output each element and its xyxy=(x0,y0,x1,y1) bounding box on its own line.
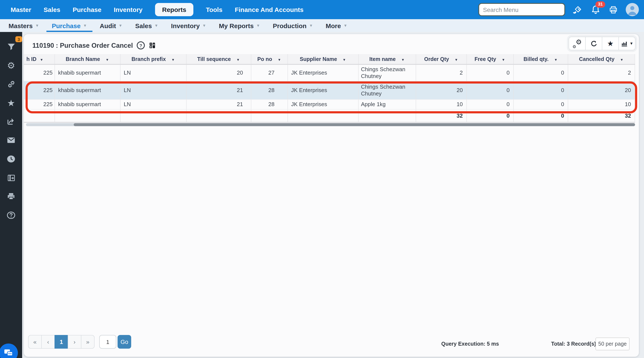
subnav-label: More xyxy=(326,22,341,29)
subnav-production[interactable]: Production ▼ xyxy=(273,19,313,32)
last-page-button[interactable]: » xyxy=(81,335,94,349)
cell-billed-qty: 0 xyxy=(513,64,568,81)
top-nav-right: 31 xyxy=(478,0,639,19)
clock-icon[interactable] xyxy=(0,150,22,168)
column-supplier-name[interactable]: Supplier Name▼ xyxy=(288,54,358,64)
sort-caret-icon: ▼ xyxy=(40,58,43,62)
column-order-qty[interactable]: Order Qty▼ xyxy=(416,54,466,64)
column-branch-id[interactable]: h ID▼ xyxy=(24,54,54,64)
star-icon[interactable]: ★ xyxy=(0,93,22,112)
per-page-select[interactable]: 50 per page xyxy=(596,337,630,350)
top-nav-inventory[interactable]: Inventory xyxy=(114,6,142,13)
print-icon[interactable] xyxy=(608,4,619,15)
subnav-sales[interactable]: Sales ▼ xyxy=(135,19,158,32)
cell-order-qty: 2 xyxy=(416,64,466,81)
favorite-button[interactable]: ★ xyxy=(602,37,618,50)
filter-icon[interactable]: 3 xyxy=(0,37,22,56)
cell-branch-prefix: LN xyxy=(120,99,186,109)
link-icon[interactable] xyxy=(0,75,22,93)
notifications-bell-icon[interactable]: 31 xyxy=(590,4,601,15)
subnav-label: Masters xyxy=(8,22,32,29)
cell-item-name: Chings Schezwan Chutney xyxy=(358,64,416,81)
horizontal-scrollbar[interactable] xyxy=(26,123,635,126)
column-branch-prefix[interactable]: Branch prefix▼ xyxy=(120,54,186,64)
top-nav-items: Master Sales Purchase Inventory Reports … xyxy=(0,3,304,16)
column-till-sequence[interactable]: Till sequence▼ xyxy=(186,54,251,64)
column-item-name[interactable]: Item name▼ xyxy=(358,54,416,64)
subnav-more[interactable]: More ▼ xyxy=(326,19,347,32)
top-nav-sales[interactable]: Sales xyxy=(44,6,60,13)
total-billed-qty: 0 xyxy=(513,109,568,122)
cell-order-qty: 10 xyxy=(416,99,466,109)
prev-page-button[interactable]: ‹ xyxy=(41,335,55,349)
column-free-qty[interactable]: Free Qty▼ xyxy=(466,54,513,64)
subnav-my-reports[interactable]: My Reports ▼ xyxy=(219,19,260,32)
share-icon[interactable] xyxy=(0,112,22,131)
column-branch-name[interactable]: Branch Name▼ xyxy=(54,54,120,64)
page-title: 110190 : Purchase Order Cancel xyxy=(32,42,133,49)
column-po-no[interactable]: Po no▼ xyxy=(251,54,288,64)
column-cancelled-qty[interactable]: Cancelled Qty▼ xyxy=(568,54,635,64)
sort-caret-icon: ▼ xyxy=(502,58,505,62)
top-nav-tools[interactable]: Tools xyxy=(206,6,222,13)
cell-cancelled-qty: 2 xyxy=(568,64,635,81)
print-icon[interactable] xyxy=(0,187,22,206)
cell-billed-qty: 0 xyxy=(513,99,568,109)
help-icon[interactable] xyxy=(137,41,145,50)
cell-till-sequence: 21 xyxy=(186,99,251,109)
subnav-audit[interactable]: Audit ▼ xyxy=(100,19,122,32)
column-billed-qty[interactable]: Billed qty.▼ xyxy=(513,54,568,64)
cell-free-qty: 0 xyxy=(466,99,513,109)
sort-caret-icon: ▼ xyxy=(454,58,458,62)
mail-icon[interactable] xyxy=(0,131,22,150)
cell-branch-id: 225 xyxy=(24,99,54,109)
go-button[interactable]: Go xyxy=(118,335,131,349)
total-cell xyxy=(24,109,54,122)
sort-caret-icon: ▼ xyxy=(343,58,346,62)
cell-po-no: 28 xyxy=(251,81,288,99)
subnav-label: Purchase xyxy=(52,22,80,29)
refresh-button[interactable] xyxy=(585,37,602,50)
page-number-input[interactable] xyxy=(99,335,116,349)
cell-till-sequence: 20 xyxy=(186,64,251,81)
cell-branch-id: 225 xyxy=(24,64,54,81)
total-records: Total: 3 Record(s) xyxy=(551,341,596,347)
top-navbar: Master Sales Purchase Inventory Reports … xyxy=(0,0,644,19)
next-page-button[interactable]: › xyxy=(68,335,81,349)
total-cell xyxy=(120,109,186,122)
cell-supplier-name: JK Enterprises xyxy=(288,99,358,109)
panel-toggle-icon[interactable] xyxy=(0,168,22,187)
cell-cancelled-qty: 20 xyxy=(568,81,635,99)
report-settings-button[interactable]: ⚙⚙ xyxy=(569,37,585,50)
chart-view-button[interactable]: ▼ xyxy=(618,37,635,50)
top-nav-reports[interactable]: Reports xyxy=(155,3,193,16)
cell-po-no: 27 xyxy=(251,64,288,81)
report-category-nav: Masters ▼ Purchase ▼ Audit ▼ Sales ▼ Inv… xyxy=(0,19,644,32)
top-nav-master[interactable]: Master xyxy=(11,6,31,13)
table-row-highlighted[interactable]: 225 khabib supermart LN 21 28 JK Enterpr… xyxy=(24,81,635,99)
chevron-down-icon: ▼ xyxy=(630,41,633,46)
chevron-down-icon: ▼ xyxy=(256,24,260,28)
search-input[interactable] xyxy=(478,3,565,16)
query-execution-time: Query Execution: 5 ms xyxy=(441,341,499,347)
top-nav-finance[interactable]: Finance And Accounts xyxy=(235,6,304,13)
chevron-down-icon: ▼ xyxy=(309,24,313,28)
report-widget-icon[interactable] xyxy=(149,42,156,49)
total-cell xyxy=(288,109,358,122)
horizontal-scrollbar-thumb[interactable] xyxy=(74,123,635,126)
sort-caret-icon: ▼ xyxy=(554,58,558,62)
top-nav-purchase[interactable]: Purchase xyxy=(72,6,101,13)
chevron-down-icon: ▼ xyxy=(35,24,39,28)
subnav-purchase[interactable]: Purchase ▼ xyxy=(52,19,87,32)
table-row[interactable]: 225 khabib supermart LN 21 28 JK Enterpr… xyxy=(24,99,635,109)
theme-brush-icon[interactable] xyxy=(572,4,583,15)
user-avatar[interactable] xyxy=(626,3,639,16)
table-row[interactable]: 225 khabib supermart LN 20 27 JK Enterpr… xyxy=(24,64,635,81)
subnav-inventory[interactable]: Inventory ▼ xyxy=(171,19,206,32)
total-free-qty: 0 xyxy=(466,109,513,122)
gear-icon[interactable]: ⚙ xyxy=(0,56,22,75)
subnav-masters[interactable]: Masters ▼ xyxy=(8,19,39,32)
first-page-button[interactable]: « xyxy=(28,335,42,349)
current-page-button[interactable]: 1 xyxy=(54,335,68,349)
help-icon[interactable] xyxy=(0,206,22,225)
